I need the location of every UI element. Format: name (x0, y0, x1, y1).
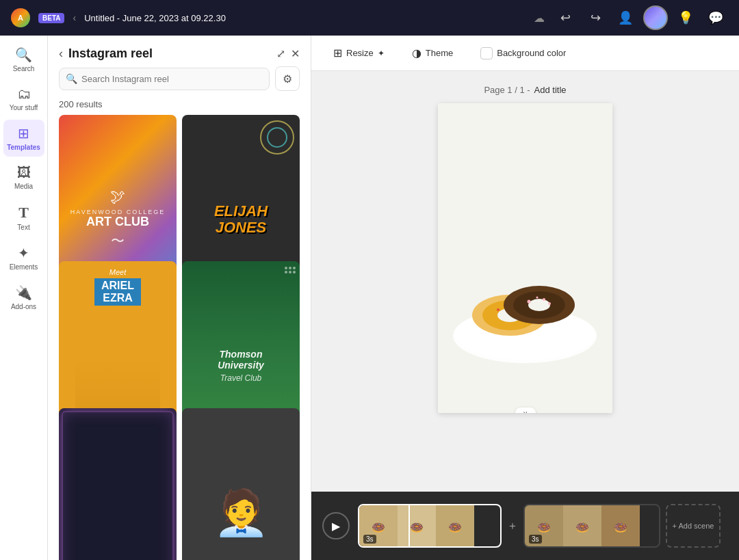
sidebar-item-your-stuff-label: Your stuff (10, 104, 38, 111)
sidebar-item-addons[interactable]: 🔌 Add-ons (3, 279, 44, 316)
panel-title: Instagram reel (68, 46, 271, 61)
theme-button[interactable]: ◑ Theme (404, 42, 461, 64)
panel-close-button[interactable]: ✕ (291, 47, 300, 60)
elements-icon: ✦ (18, 245, 29, 261)
resize-button[interactable]: ⊞ Resize ✦ (325, 42, 393, 64)
sidebar-item-media[interactable]: 🖼 Media (3, 159, 44, 196)
search-input[interactable] (59, 68, 270, 90)
svg-point-6 (497, 308, 500, 311)
sidebar-item-media-label: Media (14, 183, 33, 190)
theme-label: Theme (426, 48, 453, 58)
panel-back-button[interactable]: ‹ (59, 46, 63, 61)
resize-badge-icon: ✦ (378, 49, 385, 58)
templates-grid: 🕊 HAVENWOOD COLLEGE ART CLUB 〜 ▶ ELIJAHJ… (48, 115, 311, 560)
resize-icon: ⊞ (333, 46, 342, 59)
logo-text: A (18, 14, 23, 22)
sidebar-item-your-stuff[interactable]: 🗂 Your stuff (3, 81, 44, 117)
filter-button[interactable]: ⚙ (275, 66, 300, 91)
search-icon: 🔍 (15, 46, 32, 63)
add-title-link[interactable]: Add title (534, 85, 567, 95)
templates-icon: ⊞ (18, 125, 29, 142)
svg-rect-0 (438, 103, 612, 413)
sidebar-item-elements[interactable]: ✦ Elements (3, 239, 44, 276)
canvas-page[interactable]: ∨ (438, 103, 612, 413)
text-icon: T (18, 204, 29, 222)
play-icon: ▶ (332, 520, 340, 533)
play-button[interactable]: ▶ (322, 512, 350, 539)
redo-button[interactable]: ↪ (583, 5, 608, 30)
background-color-button[interactable]: Background color (472, 43, 574, 64)
svg-point-14 (536, 297, 539, 299)
main-area: 🔍 Search 🗂 Your stuff ⊞ Templates 🖼 Medi… (0, 36, 739, 560)
scene-thumb: 🍩 (601, 505, 640, 548)
your-stuff-icon: 🗂 (17, 86, 31, 102)
scene-1-thumbnails: 🍩 🍩 🍩 (359, 505, 500, 546)
topbar-actions: ↩ ↪ 👤 💡 💬 (553, 5, 728, 30)
timeline-tracks: 🍩 🍩 🍩 3s ＋ 🍩 🍩 🍩 3s (358, 504, 728, 548)
sidebar-item-text-label: Text (17, 224, 29, 231)
page-label: Page 1 / 1 - Add title (484, 85, 566, 95)
color-preview (480, 47, 493, 59)
timeline-scene-2[interactable]: 🍩 🍩 🍩 3s (523, 504, 660, 548)
theme-icon: ◑ (412, 46, 422, 59)
logo[interactable]: A (11, 8, 30, 27)
media-icon: 🖼 (17, 165, 31, 181)
scene-2-thumbnails: 🍩 🍩 🍩 (525, 505, 659, 546)
results-count: 200 results (48, 99, 311, 115)
panel-header: ‹ Instagram reel ⤢ ✕ (48, 36, 311, 66)
add-scene-button[interactable]: + Add scene (666, 504, 721, 548)
svg-point-12 (528, 300, 531, 304)
scene-1-duration: 3s (363, 535, 376, 544)
scene-thumb: 🍩 (563, 505, 601, 548)
sidebar-item-search-label: Search (13, 65, 35, 72)
sidebar-item-elements-label: Elements (10, 263, 38, 271)
document-title[interactable]: Untitled - June 22, 2023 at 09.22.30 (84, 13, 526, 23)
resize-label: Resize (346, 48, 374, 58)
template-card[interactable]: Ridgewood College Theater Club SHOWSTOPP… (59, 408, 177, 560)
canvas-inner: Page 1 / 1 - Add title (320, 85, 731, 478)
svg-point-11 (528, 299, 550, 311)
timeline: ▶ 🍩 🍩 🍩 3s ＋ 🍩 (311, 492, 739, 560)
svg-point-13 (543, 298, 545, 301)
template-card[interactable]: 🧑‍💼 (182, 408, 300, 560)
search-input-icon: 🔍 (66, 73, 77, 84)
sidebar-item-templates-label: Templates (7, 144, 40, 151)
beta-badge: BETA (38, 13, 64, 23)
scene-playhead (409, 505, 410, 546)
profile-button[interactable]: 👤 (613, 5, 638, 30)
undo-button[interactable]: ↩ (553, 5, 578, 30)
background-color-label: Background color (497, 48, 566, 58)
sidebar-item-templates[interactable]: ⊞ Templates (3, 120, 44, 157)
scene-thumb: 🍩 (398, 505, 436, 548)
expand-arrow[interactable]: ∨ (515, 408, 536, 413)
scene-thumb: 🍩 (436, 505, 474, 548)
chat-button[interactable]: 💬 (703, 5, 728, 30)
sidebar-item-text[interactable]: T Text (3, 198, 44, 237)
toolbar: ⊞ Resize ✦ ◑ Theme Background color (311, 36, 739, 71)
sidebar-item-addons-label: Add-ons (11, 303, 36, 310)
timeline-scene-1[interactable]: 🍩 🍩 🍩 3s (358, 504, 502, 548)
back-chevron[interactable]: ‹ (73, 12, 76, 23)
sidebar-item-search[interactable]: 🔍 Search (3, 41, 44, 78)
add-between-scenes[interactable]: ＋ (507, 519, 518, 533)
donut-image (438, 103, 612, 413)
search-input-wrap: 🔍 (59, 68, 270, 90)
addons-icon: 🔌 (15, 284, 32, 301)
svg-point-15 (548, 302, 551, 305)
lightbulb-button[interactable]: 💡 (673, 5, 698, 30)
icon-nav: 🔍 Search 🗂 Your stuff ⊞ Templates 🖼 Medi… (0, 36, 48, 560)
canvas-area: ⊞ Resize ✦ ◑ Theme Background color Page… (311, 36, 739, 560)
avatar[interactable] (643, 5, 668, 30)
search-bar: 🔍 ⚙ (48, 66, 311, 99)
templates-panel: ‹ Instagram reel ⤢ ✕ 🔍 ⚙ 200 results 🕊 H… (48, 36, 311, 560)
topbar: A BETA ‹ Untitled - June 22, 2023 at 09.… (0, 0, 739, 36)
page-number: Page 1 / 1 - (484, 85, 530, 95)
scene-2-duration: 3s (529, 535, 542, 544)
cloud-icon: ☁ (534, 12, 545, 25)
canvas-scroll[interactable]: Page 1 / 1 - Add title (311, 71, 739, 492)
panel-expand-button[interactable]: ⤢ (276, 47, 285, 60)
